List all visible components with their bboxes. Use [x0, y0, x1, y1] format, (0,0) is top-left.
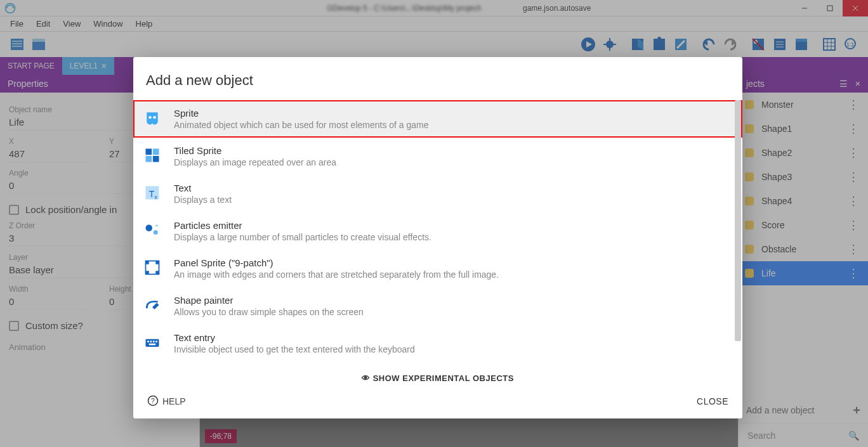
svg-rect-56	[146, 339, 159, 347]
svg-rect-52	[146, 261, 149, 264]
object-type-icon	[143, 221, 161, 239]
object-type-icon	[143, 259, 161, 276]
dialog-title: Add a new object	[133, 57, 742, 100]
svg-rect-43	[146, 156, 152, 162]
object-type-particles-emitter[interactable]: Particles emitterDisplays a large number…	[133, 212, 742, 250]
svg-point-40	[153, 116, 155, 119]
object-type-icon	[143, 296, 161, 314]
svg-rect-57	[147, 340, 149, 342]
svg-rect-42	[153, 149, 159, 155]
add-object-dialog: Add a new object SpriteAnimated object w…	[133, 57, 742, 418]
svg-rect-58	[150, 340, 152, 342]
eye-icon: 👁	[362, 373, 371, 383]
svg-text:?: ?	[151, 396, 155, 404]
show-experimental-toggle[interactable]: 👁 SHOW EXPERIMENTAL OBJECTS	[133, 368, 742, 384]
help-icon: ?	[147, 395, 159, 408]
svg-text:x: x	[155, 194, 158, 200]
svg-point-48	[146, 224, 153, 231]
dialog-scrollbar[interactable]	[733, 100, 741, 368]
svg-rect-41	[146, 149, 152, 155]
svg-point-49	[154, 230, 158, 235]
svg-rect-59	[153, 340, 155, 342]
object-type-text[interactable]: TxTextDisplays a text	[133, 175, 742, 212]
object-type-icon: Tx	[143, 184, 161, 202]
object-type-icon	[143, 334, 161, 351]
object-type-sprite[interactable]: SpriteAnimated object which can be used …	[133, 100, 742, 138]
svg-rect-61	[149, 344, 156, 346]
svg-rect-60	[155, 340, 157, 342]
svg-rect-55	[155, 271, 159, 274]
object-type-icon	[143, 146, 161, 164]
object-type-shape-painter[interactable]: Shape painterAllows you to draw simple s…	[133, 287, 742, 325]
object-type-panel-sprite-9-patch-[interactable]: Panel Sprite ("9-patch")An image with ed…	[133, 250, 742, 287]
svg-rect-53	[155, 261, 159, 264]
svg-text:T: T	[149, 189, 155, 199]
object-type-tiled-sprite[interactable]: Tiled SpriteDisplays an image repeated o…	[133, 138, 742, 175]
dialog-close-button[interactable]: CLOSE	[697, 396, 728, 406]
object-type-icon	[143, 109, 161, 127]
svg-rect-44	[153, 156, 159, 162]
object-type-text-entry[interactable]: Text entryInvisible object used to get t…	[133, 325, 742, 362]
svg-point-39	[148, 116, 151, 119]
svg-rect-54	[146, 271, 149, 274]
help-button[interactable]: ? HELP	[147, 395, 186, 408]
svg-point-50	[155, 224, 158, 227]
